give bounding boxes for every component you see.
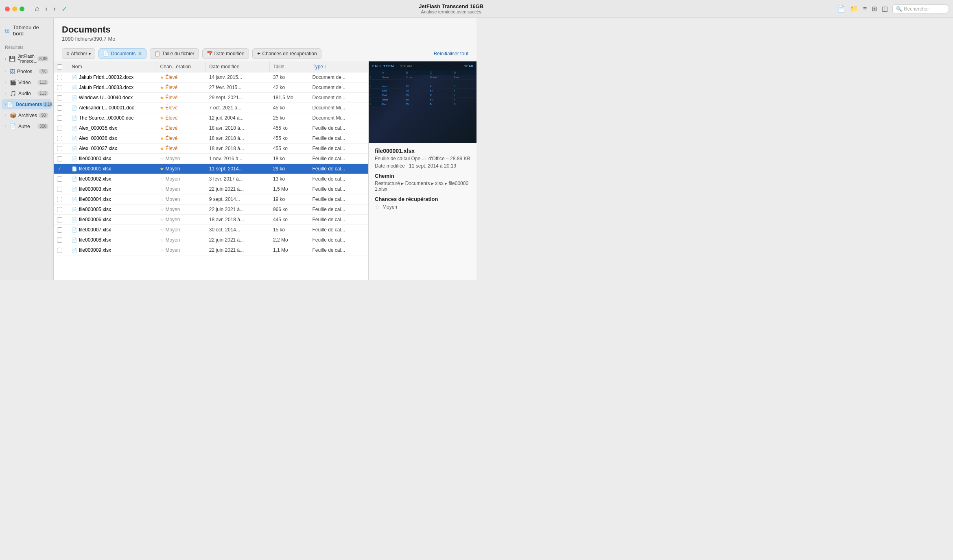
documents-filter-button[interactable]: 📄 Documents ✕ <box>98 48 146 59</box>
taille-filter-button[interactable]: 📋 Taille du fichier <box>150 48 199 59</box>
home-button[interactable]: ⌂ <box>33 4 41 14</box>
star-icon: ★ <box>160 85 164 90</box>
row-checkbox[interactable] <box>57 227 62 233</box>
row-name-cell: 📄 Jakub Fridri...00033.docx <box>68 83 157 93</box>
sidebar-item-autre[interactable]: › 📄 Autre 350 <box>2 121 52 131</box>
sidebar-item-video[interactable]: › 🎬 Vidéo 113 <box>2 77 52 87</box>
row-checkbox[interactable] <box>57 115 62 121</box>
file-type-icon: 📄 <box>72 176 77 182</box>
table-row[interactable]: 📄 Jakub Fridri...00033.docx ★ Élevé 27 f… <box>54 83 368 93</box>
row-checkbox-cell[interactable] <box>54 93 68 103</box>
table-row[interactable]: 📄 Alex_000036.xlsx ★ Élevé 18 avr. 2018 … <box>54 133 368 144</box>
col-header-checkbox[interactable] <box>54 61 68 72</box>
afficher-filter-button[interactable]: ≡ Afficher ▾ <box>62 48 95 59</box>
row-checkbox[interactable] <box>57 156 62 161</box>
row-size-cell: 445 ko <box>270 215 309 225</box>
col-header-taille[interactable]: Taille <box>270 61 309 72</box>
table-row[interactable]: 📄 file000000.xlsx ☆ Moyen 1 nov. 2016 à.… <box>54 154 368 164</box>
row-type-cell: Feuille de cal... <box>309 194 368 205</box>
row-type-cell: Feuille de cal... <box>309 184 368 194</box>
close-icon[interactable]: ✕ <box>138 51 142 57</box>
row-checkbox-cell[interactable] <box>54 113 68 123</box>
row-checkbox-cell[interactable] <box>54 245 68 255</box>
sidebar-item-audio[interactable]: › 🎵 Audio 113 <box>2 88 52 98</box>
table-row[interactable]: 📄 file000003.xlsx ☆ Moyen 22 juin 2021 à… <box>54 184 368 194</box>
row-checkbox-cell[interactable] <box>54 133 68 144</box>
row-checkbox-cell[interactable] <box>54 103 68 113</box>
row-checkbox[interactable] <box>57 105 62 111</box>
col-header-nom[interactable]: Nom <box>68 61 157 72</box>
row-checkbox-cell[interactable] <box>54 235 68 245</box>
table-row[interactable]: 📄 file000004.xlsx ☆ Moyen 9 sept. 2014..… <box>54 194 368 205</box>
row-checkbox-cell[interactable] <box>54 164 68 174</box>
row-checkbox-cell[interactable] <box>54 174 68 184</box>
row-checkbox[interactable] <box>57 75 62 80</box>
col-header-chance[interactable]: Chan...ération <box>157 61 206 72</box>
row-checkbox-cell[interactable] <box>54 144 68 154</box>
sidebar-item-label: Vidéo <box>18 80 37 85</box>
forward-button[interactable]: › <box>52 4 57 14</box>
row-type-cell: Feuille de cal... <box>309 144 368 154</box>
row-checkbox[interactable] <box>57 217 62 222</box>
row-checkbox[interactable] <box>57 207 62 212</box>
row-checkbox-cell[interactable] <box>54 184 68 194</box>
chevron-icon: › <box>5 80 9 85</box>
table-row[interactable]: 📄 The Source...000000.doc ★ Élevé 12 jui… <box>54 113 368 123</box>
row-checkbox[interactable] <box>57 176 62 182</box>
table-row[interactable]: 📄 Windows U...00040.docx ★ Élevé 29 sept… <box>54 93 368 103</box>
sidebar-item-jetflash[interactable]: › 💾 JetFlash Transce... 8,8K <box>2 52 52 65</box>
col-header-type[interactable]: Type ↑ <box>309 61 368 72</box>
table-row[interactable]: 📄 Jakub Fridri...00032.docx ★ Élevé 14 j… <box>54 72 368 83</box>
back-button[interactable]: ‹ <box>44 4 49 14</box>
chances-filter-button[interactable]: ✦ Chances de récupération <box>252 48 321 59</box>
table-row[interactable]: 📄 Alex_000035.xlsx ★ Élevé 18 avr. 2018 … <box>54 123 368 133</box>
file-type-icon: 📄 <box>72 85 77 90</box>
table-row[interactable]: 📄 file000005.xlsx ☆ Moyen 22 juin 2021 à… <box>54 205 368 215</box>
sidebar-item-archives[interactable]: › 📦 Archives 90 <box>2 110 52 120</box>
select-all-checkbox[interactable] <box>57 64 62 70</box>
row-checkbox-cell[interactable] <box>54 154 68 164</box>
table-row[interactable]: 📄 file000008.xlsx ☆ Moyen 22 juin 2021 à… <box>54 235 368 245</box>
row-checkbox[interactable] <box>57 166 62 172</box>
file-type-icon: 📄 <box>72 136 77 141</box>
reset-filter-button[interactable]: Réinitialiser tout <box>434 51 468 57</box>
table-row[interactable]: 📄 file000009.xlsx ☆ Moyen 22 juin 2021 à… <box>54 245 368 255</box>
window-minimize-button[interactable] <box>12 7 17 11</box>
filter-icon: ≡ <box>66 51 69 57</box>
sidebar-dashboard-item[interactable]: ⊞ Tableau de bord <box>0 21 53 40</box>
detail-chance-title: Chances de récupération <box>375 196 471 202</box>
col-header-date[interactable]: Date modifiée <box>206 61 270 72</box>
row-checkbox[interactable] <box>57 95 62 100</box>
table-row[interactable]: 📄 file000001.xlsx ★ Moyen 11 sept. 2014.… <box>54 164 368 174</box>
row-checkbox[interactable] <box>57 85 62 90</box>
window-maximize-button[interactable] <box>20 7 24 11</box>
row-checkbox[interactable] <box>57 136 62 141</box>
row-checkbox-cell[interactable] <box>54 225 68 235</box>
row-checkbox-cell[interactable] <box>54 72 68 83</box>
table-row[interactable]: 📄 file000006.xlsx ☆ Moyen 18 avr. 2018 à… <box>54 215 368 225</box>
sidebar-item-photos[interactable]: › 🖼 Photos 7K <box>2 66 52 76</box>
sidebar-item-documents[interactable]: › 📄 Documents 1,1K <box>2 99 52 109</box>
window-close-button[interactable] <box>5 7 10 11</box>
row-checkbox[interactable] <box>57 238 62 243</box>
table-row[interactable]: 📄 file000007.xlsx ☆ Moyen 30 oct. 2014..… <box>54 225 368 235</box>
date-filter-button[interactable]: 📅 Date modifiée <box>202 48 249 59</box>
table-row[interactable]: 📄 file000002.xlsx ☆ Moyen 3 févr. 2017 à… <box>54 174 368 184</box>
row-checkbox[interactable] <box>57 187 62 192</box>
row-checkbox[interactable] <box>57 197 62 202</box>
row-checkbox[interactable] <box>57 248 62 253</box>
sort-icon: ↑ <box>324 64 327 70</box>
row-checkbox[interactable] <box>57 146 62 151</box>
row-checkbox-cell[interactable] <box>54 205 68 215</box>
row-checkbox-cell[interactable] <box>54 123 68 133</box>
row-checkbox-cell[interactable] <box>54 83 68 93</box>
table-row[interactable]: 📄 Alex_000037.xlsx ★ Élevé 18 avr. 2018 … <box>54 144 368 154</box>
sidebar-item-label: JetFlash Transce... <box>17 54 37 63</box>
row-checkbox-cell[interactable] <box>54 215 68 225</box>
row-checkbox[interactable] <box>57 126 62 131</box>
row-checkbox-cell[interactable] <box>54 194 68 205</box>
file-type-icon: 📄 <box>72 156 77 161</box>
table-row[interactable]: 📄 Aleksandr L...000001.doc ★ Élevé 7 oct… <box>54 103 368 113</box>
file-table-wrapper[interactable]: Nom Chan...ération Date modifiée Taille <box>54 61 369 280</box>
file-name: file000007.xlsx <box>79 227 111 233</box>
